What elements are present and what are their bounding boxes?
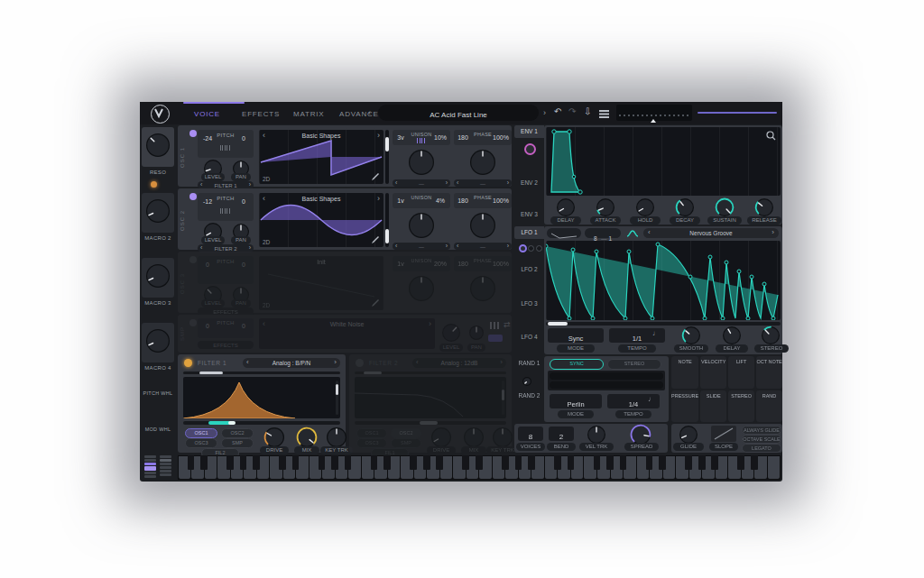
osc1-unison-knob[interactable] [408,149,435,176]
macro2-knob[interactable] [145,198,171,224]
osc1-unison-mod-selector[interactable]: ‹—› [393,179,450,187]
smp-sample-display[interactable]: ‹ White Noise › [259,318,435,349]
preset-name-box[interactable]: AC Acid Fast Line [378,105,539,121]
rand-sync-button[interactable]: SYNC [550,359,604,370]
volume-slider[interactable] [698,112,777,114]
mpe-slide-cell[interactable]: SLIDE [700,390,726,423]
osc2-unison-knob[interactable] [408,212,435,239]
mpe-velocity-cell[interactable]: VELOCITY [700,356,726,389]
osc2-pitch-snap-icon[interactable] [220,208,231,214]
chevron-left-icon[interactable]: ‹ [395,242,397,251]
tab-lfo1[interactable]: LFO 1 [514,226,544,239]
tab-effects[interactable]: EFFECTS [242,110,280,118]
always-glide-toggle[interactable]: ALWAYS GLIDE [742,426,781,435]
filter1-input-osc1[interactable]: OSC1 [185,428,217,438]
redo-icon[interactable]: ↷ [568,106,576,116]
osc3-phase-knob[interactable] [469,275,496,302]
env-attack-knob[interactable] [596,197,615,217]
lfo-delay-knob[interactable] [722,326,742,345]
piano-key-black[interactable] [253,455,260,470]
filter1-drive-knob[interactable] [263,427,285,448]
osc1-wavetable-display[interactable]: ‹ Basic Shapes › 2D [259,130,383,184]
osc2-unison-detune[interactable]: 4% [432,196,448,206]
piano-key-black[interactable] [606,455,614,470]
osc1-power-dot[interactable] [189,130,197,137]
lfo-phase-slider[interactable] [546,322,781,326]
chevron-left-icon[interactable]: ‹ [395,179,397,188]
env-hold-knob[interactable] [635,197,655,217]
osc2-phase-mod-selector[interactable]: ‹—› [454,243,512,250]
piano-key-black[interactable] [659,455,666,470]
piano-key-black[interactable] [620,455,627,470]
voices-value-box[interactable]: 8 [518,427,543,441]
filter2-response-display[interactable] [355,377,506,418]
smp-tune-value[interactable]: 0 [237,321,250,331]
env1-mod-source-dot[interactable] [524,143,536,155]
tab-env3[interactable]: ENV 3 [514,209,544,220]
osc2-wavetable-next-icon[interactable]: › [377,194,380,203]
smp-level-knob[interactable] [441,323,461,343]
piano-key-black[interactable] [711,455,718,470]
lfo-smooth-knob[interactable] [681,326,701,345]
smp-routing-selector[interactable]: EFFECTS [198,341,254,349]
env-sustain-knob[interactable] [715,197,735,217]
osc1-unison-detune[interactable]: 10% [432,133,448,142]
filter1-power-dot[interactable] [184,359,192,367]
piano-key-black[interactable] [594,455,601,470]
lfo-display[interactable] [546,241,781,320]
osc2-edit-pencil-icon[interactable] [371,235,380,244]
piano-key-black[interactable] [331,455,338,470]
lfo-mode-box[interactable]: Sync [548,328,604,343]
osc3-dimension-label[interactable]: 2D [263,302,270,308]
osc2-wavetable-name[interactable]: Basic Shapes [259,196,383,202]
osc2-frame-slider[interactable] [385,193,389,247]
piano-key-black[interactable] [462,455,469,470]
osc3-edit-pencil-icon[interactable] [371,298,380,307]
tab-env2[interactable]: ENV 2 [514,178,544,188]
filter2-cutoff-slider[interactable] [355,421,506,425]
tab-matrix[interactable]: MATRIX [293,110,324,118]
piano-key-black[interactable] [371,455,378,470]
filter1-input-osc3[interactable]: OSC3 [185,438,217,448]
osc1-edit-pencil-icon[interactable] [371,172,380,181]
rand-stereo-button[interactable]: STEREO [607,359,661,370]
osc1-dimension-label[interactable]: 2D [263,176,270,182]
env-decay-knob[interactable] [675,197,695,217]
mpe-stereo-cell[interactable]: STEREO [728,390,754,423]
smp-pan-knob[interactable] [468,325,485,341]
mpe-rand-cell[interactable]: RAND [756,390,782,423]
tab-env1[interactable]: ENV 1 [514,125,544,138]
undo-icon[interactable]: ↶ [554,106,561,116]
filter2-resonance-slider[interactable] [502,381,504,415]
osc2-phase-knob[interactable] [469,212,496,239]
piano-key-black[interactable] [528,455,535,470]
osc1-phase-mod-selector[interactable]: ‹—› [454,179,512,187]
tab-rand2[interactable]: RAND 2 [514,390,544,401]
filter1-model-prev-icon[interactable]: ‹ [246,358,249,367]
piano-key-black[interactable] [685,455,692,470]
save-icon[interactable]: ⇩ [584,106,591,116]
osc1-transpose-value[interactable]: -24 [200,133,215,143]
menu-icon[interactable] [599,110,609,112]
filter1-model-selector[interactable]: ‹ Analog : B/P/N › [243,358,340,368]
preset-next-icon[interactable]: › [543,108,546,117]
piano-key-black[interactable] [345,455,352,470]
osc2-wavetable-display[interactable]: ‹ Basic Shapes › 2D [259,193,383,247]
osc1-wavetable-next-icon[interactable]: › [377,131,380,140]
chevron-right-icon[interactable]: › [446,179,448,188]
tab-rand1[interactable]: RAND 1 [514,358,544,369]
legato-toggle[interactable]: LEGATO [742,444,781,453]
lfo-preset-next-icon[interactable]: › [772,228,774,237]
lfo-grid-box[interactable]: 8 — 1 [585,228,621,238]
filter1-blend-slider[interactable] [183,372,340,374]
lfo-slope-button[interactable] [547,228,581,238]
piano-key-black[interactable] [200,455,208,470]
filter2-input-osc2[interactable]: OSC2 [391,428,421,438]
osc1-phase-knob[interactable] [469,149,496,176]
preset-prev-icon[interactable]: ‹ [368,108,371,117]
tab-voice[interactable]: VOICE [194,110,220,118]
macro1-knob[interactable] [145,133,171,158]
osc1-phase-rand[interactable]: 100% [492,133,510,142]
osc2-dimension-label[interactable]: 2D [263,239,270,245]
tab-lfo3[interactable]: LFO 3 [514,298,544,309]
